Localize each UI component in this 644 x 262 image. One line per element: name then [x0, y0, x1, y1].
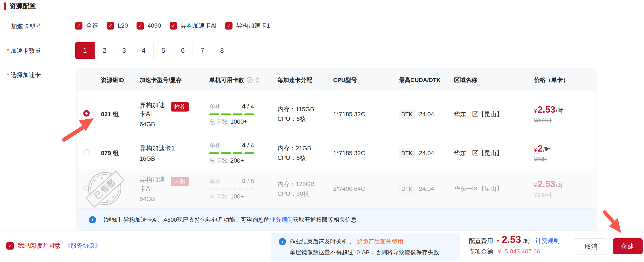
checkbox-option-hetero-1[interactable]: 异构加速卡1 — [225, 22, 270, 30]
required-mark: * — [7, 72, 9, 79]
cancel-button[interactable]: 取消 — [575, 238, 607, 255]
capacity-bar-segment — [221, 152, 231, 154]
original-price: ¥3.6/时 — [534, 117, 594, 124]
radio-unselected[interactable] — [83, 149, 90, 155]
info-icon — [89, 216, 96, 223]
single-machine-cards: 4 / 4 — [242, 142, 254, 149]
capacity-bar-segment — [209, 113, 219, 115]
count-button-5[interactable]: 5 — [153, 42, 173, 59]
billing-rules-link[interactable]: 计费规则 — [535, 237, 560, 245]
capacity-bar-segment — [244, 113, 254, 115]
capacity-bar-segment — [209, 188, 213, 190]
current-price: ¥2.53/时 — [534, 104, 594, 115]
page-title: 资源配置 — [9, 2, 36, 10]
shutdown-notice-box: 作业结束后请及时关机， 避免产生额外费用! 单层镜像数据量不得超过10 GB，否… — [271, 233, 460, 261]
card-model-name: 异构加速卡AI — [140, 175, 167, 193]
region-name: 华东一区【昆山】 — [454, 149, 534, 157]
capacity-bar-segment — [233, 152, 242, 154]
count-button-8[interactable]: 8 — [212, 42, 232, 59]
cost-summary: 配置费用: ¥ 2.53 /时 计费规则 专项金额: ¥ -5,043,407.… — [469, 234, 560, 256]
table-header-row: 资源组ID 加速卡型号/显存 单机可用卡数 每加速卡分配 CPU型号 最高CUD… — [77, 69, 596, 91]
section-accent-bar — [4, 2, 6, 10]
card-model-name: 异构加速卡AI — [140, 100, 167, 118]
checkbox-checked-icon[interactable] — [170, 22, 177, 30]
capacity-bar-segment — [221, 188, 225, 190]
caret-down-icon[interactable] — [255, 81, 260, 83]
cuda-dtk-version: DTK24.04 — [399, 150, 454, 157]
capacity-bar-segment — [244, 188, 248, 190]
checkbox-checked-icon[interactable] — [75, 22, 82, 30]
business-consultant-link[interactable]: 业务顾问 — [270, 216, 293, 223]
cpu-model: 2*7490 64C — [333, 185, 399, 192]
checkbox-option-l20[interactable]: L20 — [107, 22, 128, 30]
caret-up-icon[interactable] — [255, 77, 260, 80]
per-card-allocation: 内存：21GB CPU：6核 — [277, 143, 333, 163]
col-header-max-cuda-dtk: 最高CUDA/DTK — [399, 76, 454, 84]
col-header-region: 区域名称 — [454, 76, 534, 84]
region-name: 华东一区【昆山】 — [454, 185, 534, 193]
radio-selected[interactable] — [83, 110, 90, 117]
capacity-bar-segment — [233, 188, 237, 190]
total-cards: 200+ — [230, 157, 244, 164]
count-button-3[interactable]: 3 — [114, 42, 134, 59]
count-button-1[interactable]: 1 — [75, 42, 95, 59]
count-button-2[interactable]: 2 — [95, 42, 114, 59]
agreement-row[interactable]: 我已阅读并同意 《服务协议》 — [6, 242, 101, 250]
field-label-card-select: * 选择加速卡 — [7, 71, 41, 79]
resource-group-id: 021 组 — [101, 111, 119, 118]
agreement-checkbox[interactable] — [6, 242, 14, 250]
original-price: ¥3.6/时 — [534, 191, 594, 199]
capacity-bar-segment — [227, 188, 231, 190]
card-model-options: 全选 L20 4090 异构加速卡AI 异构加速卡1 — [75, 22, 270, 30]
checkbox-checked-icon[interactable] — [225, 22, 233, 30]
count-button-4[interactable]: 4 — [134, 42, 153, 59]
col-header-cpu-model: CPU型号 — [333, 76, 399, 84]
checkbox-option-hetero-ai[interactable]: 异构加速卡AI — [170, 22, 217, 30]
table-notice-bar: 【通知】异构加速卡AI、A800现已支持包年包月功能，可咨询您的业务顾问获取开通… — [77, 208, 596, 231]
capacity-bars — [209, 113, 254, 115]
notice-text: 【通知】异构加速卡AI、A800现已支持包年包月功能，可咨询您的业务顾问获取开通… — [100, 216, 357, 224]
capacity-bar-segment — [221, 113, 231, 115]
resource-group-id: 079 组 — [101, 150, 119, 157]
field-label-card-count: * 加速卡数量 — [7, 47, 41, 55]
cuda-dtk-version: DTK24.04 — [399, 111, 454, 118]
capacity-bars — [209, 188, 254, 190]
card-model-name: 异构加速卡1 — [140, 144, 175, 153]
capacity-bar-segment — [239, 188, 242, 190]
agreement-text: 我已阅读并同意 — [18, 242, 60, 250]
recommend-badge: 推荐 — [171, 102, 189, 112]
help-question-icon[interactable] — [247, 77, 253, 83]
footer-bar: 我已阅读并同意 《服务协议》 作业结束后请及时关机， 避免产生额外费用! 单层镜… — [0, 231, 644, 262]
capacity-bar-segment — [250, 188, 254, 190]
single-machine-cards: 4 / 4 — [242, 103, 254, 110]
checkbox-option-select-all[interactable]: 全选 — [75, 22, 98, 30]
section-header: 资源配置 — [4, 2, 36, 10]
image-size-limit-text: 单层镜像数据量不得超过10 GB，否则将导致镜像保存失败 — [279, 248, 460, 256]
current-price: ¥2.53/时 — [534, 179, 594, 189]
table-row-021[interactable]: 021 组 异构加速卡AI 推荐 64GB 单机 4 / 4 总卡数 1000+ — [77, 91, 596, 137]
capacity-bar-segment — [244, 152, 254, 154]
table-row-sold-out: 已售罄 异构加速卡AI 内测 64GB 单机 0 / 8 — [77, 169, 596, 208]
col-header-model-vram: 加速卡型号/显存 — [140, 76, 209, 84]
cuda-dtk-version: DTK24.04 — [399, 185, 454, 192]
field-label-card-model: 加速卡型号 — [11, 22, 41, 31]
extra-fee-warning: 避免产生额外费用! — [357, 238, 405, 245]
service-agreement-link[interactable]: 《服务协议》 — [65, 242, 101, 250]
sort-carets-icon[interactable] — [255, 77, 260, 83]
per-card-allocation: 内存：115GB CPU：6核 — [277, 104, 333, 125]
capacity-bar-segment — [233, 113, 242, 115]
count-button-7[interactable]: 7 — [193, 42, 212, 59]
checkbox-option-4090[interactable]: 4090 — [137, 22, 161, 30]
required-mark: * — [7, 47, 9, 54]
col-header-per-card-alloc: 每加速卡分配 — [277, 76, 333, 84]
total-cards: 100+ — [230, 193, 244, 200]
table-row-079[interactable]: 079 组 异构加速卡1 16GB 单机 4 / 4 总卡数 200+ — [77, 137, 596, 169]
col-header-resource-id: 资源组ID — [101, 76, 140, 84]
cpu-model: 1*7185 32C — [333, 111, 399, 118]
resource-config-page: 资源配置 加速卡型号 全选 L20 4090 异构加速卡AI 异构加速卡1 * … — [0, 0, 644, 262]
special-amount-value: ¥ -5,043,407.66 — [498, 248, 540, 255]
checkbox-checked-icon[interactable] — [107, 22, 114, 30]
create-button[interactable]: 创建 — [613, 238, 643, 254]
checkbox-checked-icon[interactable] — [137, 22, 144, 30]
count-button-6[interactable]: 6 — [173, 42, 193, 59]
